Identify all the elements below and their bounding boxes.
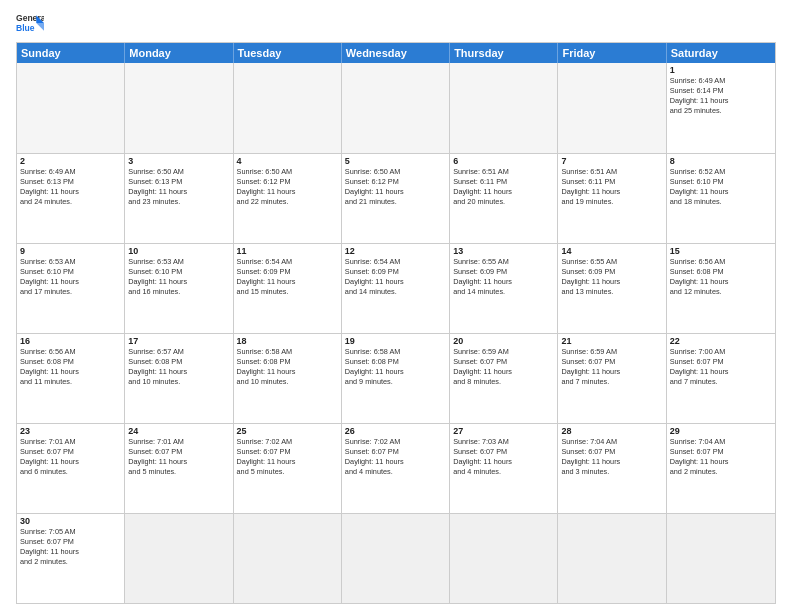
calendar-cell: 16Sunrise: 6:56 AM Sunset: 6:08 PM Dayli… <box>17 334 125 423</box>
calendar-cell: 23Sunrise: 7:01 AM Sunset: 6:07 PM Dayli… <box>17 424 125 513</box>
cell-info: Sunrise: 6:56 AM Sunset: 6:08 PM Dayligh… <box>20 347 121 386</box>
cell-info: Sunrise: 7:01 AM Sunset: 6:07 PM Dayligh… <box>20 437 121 476</box>
calendar-cell: 29Sunrise: 7:04 AM Sunset: 6:07 PM Dayli… <box>667 424 775 513</box>
day-number: 15 <box>670 246 772 256</box>
cell-info: Sunrise: 6:58 AM Sunset: 6:08 PM Dayligh… <box>345 347 446 386</box>
day-number: 23 <box>20 426 121 436</box>
calendar-cell <box>558 63 666 153</box>
calendar-cell: 27Sunrise: 7:03 AM Sunset: 6:07 PM Dayli… <box>450 424 558 513</box>
cell-info: Sunrise: 6:54 AM Sunset: 6:09 PM Dayligh… <box>237 257 338 296</box>
calendar-cell: 7Sunrise: 6:51 AM Sunset: 6:11 PM Daylig… <box>558 154 666 243</box>
day-number: 20 <box>453 336 554 346</box>
cell-info: Sunrise: 6:58 AM Sunset: 6:08 PM Dayligh… <box>237 347 338 386</box>
day-number: 22 <box>670 336 772 346</box>
calendar-cell <box>125 514 233 603</box>
calendar-cell: 2Sunrise: 6:49 AM Sunset: 6:13 PM Daylig… <box>17 154 125 243</box>
cell-info: Sunrise: 6:59 AM Sunset: 6:07 PM Dayligh… <box>453 347 554 386</box>
calendar-row-4: 16Sunrise: 6:56 AM Sunset: 6:08 PM Dayli… <box>17 333 775 423</box>
day-number: 7 <box>561 156 662 166</box>
day-number: 10 <box>128 246 229 256</box>
svg-text:Blue: Blue <box>16 23 35 33</box>
calendar-cell <box>234 514 342 603</box>
calendar-cell: 18Sunrise: 6:58 AM Sunset: 6:08 PM Dayli… <box>234 334 342 423</box>
day-number: 13 <box>453 246 554 256</box>
calendar-cell <box>125 63 233 153</box>
calendar-cell: 25Sunrise: 7:02 AM Sunset: 6:07 PM Dayli… <box>234 424 342 513</box>
calendar-cell: 4Sunrise: 6:50 AM Sunset: 6:12 PM Daylig… <box>234 154 342 243</box>
cell-info: Sunrise: 7:04 AM Sunset: 6:07 PM Dayligh… <box>561 437 662 476</box>
day-number: 21 <box>561 336 662 346</box>
calendar-cell: 15Sunrise: 6:56 AM Sunset: 6:08 PM Dayli… <box>667 244 775 333</box>
day-number: 16 <box>20 336 121 346</box>
day-number: 19 <box>345 336 446 346</box>
day-header-thursday: Thursday <box>450 43 558 63</box>
cell-info: Sunrise: 6:50 AM Sunset: 6:13 PM Dayligh… <box>128 167 229 206</box>
day-number: 30 <box>20 516 121 526</box>
day-number: 28 <box>561 426 662 436</box>
cell-info: Sunrise: 6:56 AM Sunset: 6:08 PM Dayligh… <box>670 257 772 296</box>
calendar-cell: 3Sunrise: 6:50 AM Sunset: 6:13 PM Daylig… <box>125 154 233 243</box>
calendar-cell: 5Sunrise: 6:50 AM Sunset: 6:12 PM Daylig… <box>342 154 450 243</box>
day-number: 8 <box>670 156 772 166</box>
calendar-row-5: 23Sunrise: 7:01 AM Sunset: 6:07 PM Dayli… <box>17 423 775 513</box>
day-number: 4 <box>237 156 338 166</box>
cell-info: Sunrise: 6:53 AM Sunset: 6:10 PM Dayligh… <box>128 257 229 296</box>
calendar-cell: 20Sunrise: 6:59 AM Sunset: 6:07 PM Dayli… <box>450 334 558 423</box>
calendar-row-1: 1Sunrise: 6:49 AM Sunset: 6:14 PM Daylig… <box>17 63 775 153</box>
calendar-cell <box>342 63 450 153</box>
day-header-saturday: Saturday <box>667 43 775 63</box>
day-number: 24 <box>128 426 229 436</box>
day-header-monday: Monday <box>125 43 233 63</box>
cell-info: Sunrise: 7:00 AM Sunset: 6:07 PM Dayligh… <box>670 347 772 386</box>
calendar-row-6: 30Sunrise: 7:05 AM Sunset: 6:07 PM Dayli… <box>17 513 775 603</box>
cell-info: Sunrise: 7:04 AM Sunset: 6:07 PM Dayligh… <box>670 437 772 476</box>
calendar-row-3: 9Sunrise: 6:53 AM Sunset: 6:10 PM Daylig… <box>17 243 775 333</box>
day-number: 2 <box>20 156 121 166</box>
logo-icon: General Blue <box>16 12 44 34</box>
cell-info: Sunrise: 6:51 AM Sunset: 6:11 PM Dayligh… <box>453 167 554 206</box>
calendar-cell: 19Sunrise: 6:58 AM Sunset: 6:08 PM Dayli… <box>342 334 450 423</box>
calendar-cell: 1Sunrise: 6:49 AM Sunset: 6:14 PM Daylig… <box>667 63 775 153</box>
svg-marker-3 <box>36 23 44 31</box>
cell-info: Sunrise: 7:05 AM Sunset: 6:07 PM Dayligh… <box>20 527 121 566</box>
cell-info: Sunrise: 6:53 AM Sunset: 6:10 PM Dayligh… <box>20 257 121 296</box>
calendar-body: 1Sunrise: 6:49 AM Sunset: 6:14 PM Daylig… <box>17 63 775 603</box>
calendar-cell: 13Sunrise: 6:55 AM Sunset: 6:09 PM Dayli… <box>450 244 558 333</box>
cell-info: Sunrise: 6:52 AM Sunset: 6:10 PM Dayligh… <box>670 167 772 206</box>
calendar-cell <box>17 63 125 153</box>
cell-info: Sunrise: 7:03 AM Sunset: 6:07 PM Dayligh… <box>453 437 554 476</box>
cell-info: Sunrise: 6:54 AM Sunset: 6:09 PM Dayligh… <box>345 257 446 296</box>
day-number: 26 <box>345 426 446 436</box>
cell-info: Sunrise: 6:55 AM Sunset: 6:09 PM Dayligh… <box>561 257 662 296</box>
day-number: 3 <box>128 156 229 166</box>
cell-info: Sunrise: 6:57 AM Sunset: 6:08 PM Dayligh… <box>128 347 229 386</box>
calendar-row-2: 2Sunrise: 6:49 AM Sunset: 6:13 PM Daylig… <box>17 153 775 243</box>
calendar: SundayMondayTuesdayWednesdayThursdayFrid… <box>16 42 776 604</box>
day-number: 12 <box>345 246 446 256</box>
day-number: 17 <box>128 336 229 346</box>
calendar-cell: 21Sunrise: 6:59 AM Sunset: 6:07 PM Dayli… <box>558 334 666 423</box>
cell-info: Sunrise: 6:49 AM Sunset: 6:13 PM Dayligh… <box>20 167 121 206</box>
calendar-cell: 28Sunrise: 7:04 AM Sunset: 6:07 PM Dayli… <box>558 424 666 513</box>
calendar-cell <box>450 514 558 603</box>
day-number: 11 <box>237 246 338 256</box>
calendar-cell: 26Sunrise: 7:02 AM Sunset: 6:07 PM Dayli… <box>342 424 450 513</box>
calendar-cell: 9Sunrise: 6:53 AM Sunset: 6:10 PM Daylig… <box>17 244 125 333</box>
calendar-cell: 12Sunrise: 6:54 AM Sunset: 6:09 PM Dayli… <box>342 244 450 333</box>
calendar-cell <box>234 63 342 153</box>
calendar-cell: 11Sunrise: 6:54 AM Sunset: 6:09 PM Dayli… <box>234 244 342 333</box>
day-number: 25 <box>237 426 338 436</box>
calendar-header: SundayMondayTuesdayWednesdayThursdayFrid… <box>17 43 775 63</box>
calendar-cell: 24Sunrise: 7:01 AM Sunset: 6:07 PM Dayli… <box>125 424 233 513</box>
cell-info: Sunrise: 7:02 AM Sunset: 6:07 PM Dayligh… <box>237 437 338 476</box>
calendar-cell <box>450 63 558 153</box>
calendar-cell: 22Sunrise: 7:00 AM Sunset: 6:07 PM Dayli… <box>667 334 775 423</box>
calendar-cell: 30Sunrise: 7:05 AM Sunset: 6:07 PM Dayli… <box>17 514 125 603</box>
day-header-sunday: Sunday <box>17 43 125 63</box>
day-number: 9 <box>20 246 121 256</box>
page: General Blue SundayMondayTuesdayWednesda… <box>0 0 792 612</box>
day-number: 14 <box>561 246 662 256</box>
calendar-cell: 8Sunrise: 6:52 AM Sunset: 6:10 PM Daylig… <box>667 154 775 243</box>
day-number: 29 <box>670 426 772 436</box>
calendar-cell <box>558 514 666 603</box>
